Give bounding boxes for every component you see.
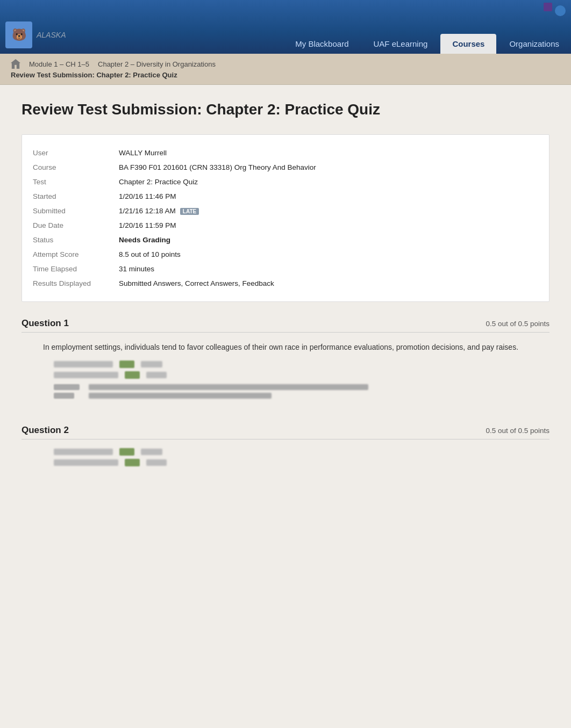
info-row-score: Attempt Score 8.5 out of 10 points [33, 247, 538, 262]
answer-2a-label [54, 449, 113, 455]
label-status: Status [33, 236, 119, 244]
value-elapsed: 31 minutes [119, 265, 154, 273]
breadcrumb-row: Module 1 – CH 1–5 Chapter 2 – Diversity … [11, 59, 560, 69]
label-duedate: Due Date [33, 221, 119, 229]
nav-organizations[interactable]: Organizations [497, 34, 571, 54]
feedback-1-label [54, 384, 83, 403]
question-1-points: 0.5 out of 0.5 points [486, 320, 549, 328]
value-user: WALLY Murrell [119, 149, 167, 157]
label-elapsed: Time Elapsed [33, 265, 119, 273]
fb-line-1 [54, 384, 80, 390]
nav-my-blackboard[interactable]: My Blackboard [283, 34, 360, 54]
value-started: 1/20/16 11:46 PM [119, 192, 176, 200]
label-user: User [33, 149, 119, 157]
answer-1b-text [146, 372, 167, 378]
logo-text: ALASKA [37, 31, 66, 39]
logo-icon: 🐻 [5, 21, 32, 48]
value-course: BA F390 F01 201601 (CRN 33318) Org Theor… [119, 163, 316, 171]
answer-2a-radio [119, 448, 134, 456]
header: 🐻 ALASKA My Blackboard UAF eLearning Cou… [0, 0, 571, 54]
main-content: Review Test Submission: Chapter 2: Pract… [0, 85, 571, 728]
info-row-status: Status Needs Grading [33, 233, 538, 247]
question-2-section: Question 2 0.5 out of 0.5 points [22, 425, 549, 466]
question-1-body: In employment settings, individuals tend… [22, 341, 549, 353]
label-test: Test [33, 178, 119, 186]
late-badge: LATE [180, 208, 199, 215]
label-results: Results Displayed [33, 279, 119, 287]
breadcrumb-module[interactable]: Module 1 – CH 1–5 [29, 60, 89, 68]
fb-line-2 [54, 393, 74, 399]
info-row-submitted: Submitted 1/21/16 12:18 AM LATE [33, 204, 538, 218]
label-course: Course [33, 163, 119, 171]
feedback-1-text [89, 384, 549, 399]
answer-1a-radio [119, 361, 134, 368]
label-submitted: Submitted [33, 207, 119, 215]
answer-1b-radio [125, 371, 140, 379]
question-2-points: 0.5 out of 0.5 points [486, 427, 549, 435]
value-test: Chapter 2: Practice Quiz [119, 178, 198, 186]
question-1-answers [22, 361, 549, 379]
value-status: Needs Grading [119, 236, 170, 244]
value-results: Submitted Answers, Correct Answers, Feed… [119, 279, 274, 287]
answer-row-2b [54, 459, 549, 466]
info-table: User WALLY Murrell Course BA F390 F01 20… [22, 134, 549, 302]
label-score: Attempt Score [33, 250, 119, 258]
nav-courses[interactable]: Courses [440, 34, 496, 54]
label-started: Started [33, 192, 119, 200]
breadcrumb-chapter[interactable]: Chapter 2 – Diversity in Organizations [98, 60, 216, 68]
answer-2b-radio [125, 459, 140, 466]
question-1-header: Question 1 0.5 out of 0.5 points [22, 318, 549, 333]
question-2-title: Question 2 [22, 425, 69, 436]
answer-row-2a [54, 448, 549, 456]
home-icon[interactable] [11, 59, 20, 69]
question-2-answers [22, 448, 549, 466]
info-row-results: Results Displayed Submitted Answers, Cor… [33, 276, 538, 291]
answer-2b-text [146, 459, 167, 466]
answer-1a-label [54, 361, 113, 367]
info-row-elapsed: Time Elapsed 31 minutes [33, 262, 538, 276]
answer-2b-label [54, 459, 118, 466]
nav-uaf-elearning[interactable]: UAF eLearning [362, 34, 440, 54]
info-row-started: Started 1/20/16 11:46 PM [33, 189, 538, 204]
value-duedate: 1/20/16 11:59 PM [119, 221, 176, 229]
header-logo: 🐻 ALASKA [0, 21, 76, 54]
page-title: Review Test Submission: Chapter 2: Pract… [22, 101, 549, 118]
answer-1a-text [141, 361, 162, 367]
info-row-course: Course BA F390 F01 201601 (CRN 33318) Or… [33, 160, 538, 175]
question-1-section: Question 1 0.5 out of 0.5 points In empl… [22, 318, 549, 403]
breadcrumb-current: Review Test Submission: Chapter 2: Pract… [11, 71, 177, 79]
answer-row-1a [54, 361, 549, 368]
question-1-title: Question 1 [22, 318, 69, 329]
value-score: 8.5 out of 10 points [119, 250, 181, 258]
answer-1b-label [54, 372, 118, 378]
answer-2a-text [141, 449, 162, 455]
breadcrumb-current-row: Review Test Submission: Chapter 2: Pract… [11, 71, 560, 79]
breadcrumb-bar: Module 1 – CH 1–5 Chapter 2 – Diversity … [0, 54, 571, 85]
header-indicator [544, 3, 552, 11]
answer-row-1b [54, 371, 549, 379]
question-1-feedback [22, 384, 549, 403]
fb-text-1 [89, 384, 368, 390]
question-2-header: Question 2 0.5 out of 0.5 points [22, 425, 549, 439]
question-1-text: In employment settings, individuals tend… [43, 343, 518, 351]
info-row-user: User WALLY Murrell [33, 146, 538, 160]
fb-text-2 [89, 393, 272, 399]
header-nav: My Blackboard UAF eLearning Courses Orga… [283, 34, 571, 54]
header-circle [555, 5, 566, 16]
value-submitted: 1/21/16 12:18 AM [119, 207, 176, 215]
info-row-test: Test Chapter 2: Practice Quiz [33, 175, 538, 189]
info-row-duedate: Due Date 1/20/16 11:59 PM [33, 218, 538, 233]
